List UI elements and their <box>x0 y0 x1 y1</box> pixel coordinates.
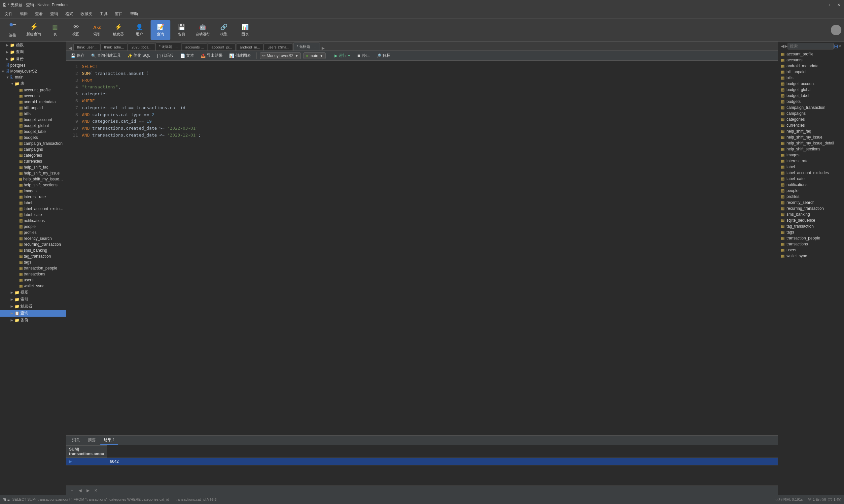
right-sidebar-table-wallet_sync[interactable]: ▦wallet_sync <box>778 253 844 259</box>
add-row-btn[interactable]: + <box>69 487 75 494</box>
sidebar-item-help_shift_faq[interactable]: ▦help_shift_faq <box>0 164 66 170</box>
sidebar-item-main[interactable]: ▼🗄main <box>0 74 66 80</box>
right-sidebar-table-sms_banking[interactable]: ▦sms_banking <box>778 212 844 217</box>
sidebar-item-backup[interactable]: ▶📁备份 <box>0 55 66 62</box>
right-sidebar-table-help_shift_my_issue[interactable]: ▦help_shift_my_issue <box>778 134 844 140</box>
sidebar-item-campaign_transaction[interactable]: ▦campaign_transaction <box>0 141 66 146</box>
sidebar-item-transactions[interactable]: ▦transactions <box>0 271 66 277</box>
toolbar-btn-new-query[interactable]: ⚡新建查询 <box>24 20 44 40</box>
close-btn[interactable]: ✕ <box>836 2 841 7</box>
right-sidebar-table-sqlite_sequence[interactable]: ▦sqlite_sequence <box>778 217 844 223</box>
sidebar-item-budget_label[interactable]: ▦budget_label <box>0 129 66 134</box>
sidebar-item-queries[interactable]: ▶📁查询 <box>0 49 66 55</box>
user-avatar[interactable] <box>831 25 841 35</box>
sidebar-item-sms_banking[interactable]: ▦sms_banking <box>0 247 66 253</box>
sidebar-item-users[interactable]: ▦users <box>0 277 66 283</box>
menu-item-格式[interactable]: 格式 <box>62 11 76 17</box>
grid-view-icon[interactable]: ⊞ <box>834 43 838 50</box>
right-sidebar-table-label[interactable]: ▦label <box>778 164 844 170</box>
right-sidebar-table-categories[interactable]: ▦categories <box>778 116 844 122</box>
toolbar-btn-user[interactable]: 👤用户 <box>130 20 149 40</box>
sidebar-item-triggers[interactable]: ▶📁触发器 <box>0 303 66 310</box>
tab-account-pr[interactable]: account_pr... <box>208 43 236 51</box>
sidebar-item-indexes[interactable]: ▶📁索引 <box>0 296 66 303</box>
sidebar-item-label_cate[interactable]: ▦label_cate <box>0 212 66 218</box>
right-sidebar-table-currencies[interactable]: ▦currencies <box>778 122 844 128</box>
sidebar-item-categories[interactable]: ▦categories <box>0 152 66 158</box>
sql-editor[interactable]: 1SELECT2 SUM( transactions.amount )3FROM… <box>66 61 778 435</box>
sidebar-item-recurring_transaction[interactable]: ▦recurring_transaction <box>0 241 66 247</box>
right-sidebar-table-help_shift_faq[interactable]: ▦help_shift_faq <box>778 128 844 134</box>
tab-think-user[interactable]: think_user... <box>73 43 100 51</box>
save-button[interactable]: 💾 保存 <box>69 52 87 59</box>
close-panel-icon[interactable]: ✕ <box>838 44 841 49</box>
sidebar-item-people[interactable]: ▦people <box>0 223 66 230</box>
code-segment-button[interactable]: { } 代码段 <box>155 52 175 59</box>
right-sidebar-table-help_shift_sections[interactable]: ▦help_shift_sections <box>778 146 844 152</box>
sidebar-item-tag_transaction[interactable]: ▦tag_transaction <box>0 253 66 259</box>
explain-button[interactable]: 🔎 解释 <box>375 52 392 59</box>
sidebar-item-label_account_excludes[interactable]: ▦label_account_excludes <box>0 206 66 212</box>
sidebar-item-label[interactable]: ▦label <box>0 200 66 206</box>
tab-untitled1[interactable]: * 无标题 -... <box>156 42 181 51</box>
text-button[interactable]: 📄 文本 <box>178 52 196 59</box>
query-builder-button[interactable]: 🔍 查询创建工具 <box>89 52 123 59</box>
tab-tab-2828[interactable]: 2828 (loca... <box>128 43 155 51</box>
toolbar-btn-chart[interactable]: 📊图表 <box>235 20 255 40</box>
sidebar-item-tags[interactable]: ▦tags <box>0 259 66 265</box>
right-sidebar-table-recurring_transaction[interactable]: ▦recurring_transaction <box>778 205 844 212</box>
sidebar-item-postgres[interactable]: 🗄postgres <box>0 62 66 68</box>
toolbar-btn-index[interactable]: A-Z索引 <box>87 20 107 40</box>
sidebar-item-wallet_sync[interactable]: ▦wallet_sync <box>0 283 66 289</box>
menu-item-编辑[interactable]: 编辑 <box>17 11 31 17</box>
right-sidebar-table-bill_unpaid[interactable]: ▦bill_unpaid <box>778 69 844 75</box>
left-arrow-icon[interactable]: ◀ <box>781 44 784 49</box>
sidebar-item-images[interactable]: ▦images <box>0 188 66 194</box>
table-row[interactable]: ▶6042 <box>66 458 778 465</box>
grid-icon[interactable]: ⊞ <box>3 498 6 502</box>
sidebar-item-moneyloverS2[interactable]: ▼🗄MoneyLoverS2 <box>0 68 66 74</box>
toolbar-btn-backup[interactable]: 💾备份 <box>172 20 191 40</box>
maximize-btn[interactable]: □ <box>828 2 833 7</box>
stop-button[interactable]: ⏹ 停止 <box>355 52 372 59</box>
sidebar-item-backup2[interactable]: ▶📁备份 <box>0 317 66 324</box>
sidebar-item-budgets[interactable]: ▦budgets <box>0 134 66 141</box>
right-sidebar-table-android_metadata[interactable]: ▦android_metadata <box>778 63 844 69</box>
sidebar-item-android_metadata[interactable]: ▦android_metadata <box>0 99 66 105</box>
sidebar-item-budget_global[interactable]: ▦budget_global <box>0 123 66 129</box>
tab-untitled2[interactable]: * 无标题 - ... <box>293 42 320 51</box>
right-sidebar-table-tags[interactable]: ▦tags <box>778 229 844 235</box>
delete-btn[interactable]: ✕ <box>92 487 99 494</box>
tab-android-m[interactable]: android_m... <box>236 43 263 51</box>
right-sidebar-table-tag_transaction[interactable]: ▦tag_transaction <box>778 223 844 229</box>
menu-item-工具[interactable]: 工具 <box>97 11 111 17</box>
right-search-input[interactable] <box>788 43 834 50</box>
sidebar-item-views[interactable]: ▶📁视图 <box>0 289 66 296</box>
tab-think-adm[interactable]: think_adm... <box>100 43 127 51</box>
menu-item-查询[interactable]: 查询 <box>47 11 62 17</box>
toolbar-btn-view[interactable]: 👁视图 <box>66 20 86 40</box>
right-sidebar-table-interest_rate[interactable]: ▦interest_rate <box>778 158 844 164</box>
right-sidebar-table-recently_search[interactable]: ▦recently_search <box>778 200 844 205</box>
right-sidebar-table-label_cate[interactable]: ▦label_cate <box>778 176 844 182</box>
tab-users-tab[interactable]: users @ma... <box>264 43 293 51</box>
results-content[interactable]: SUM( transactions.amou▶6042 <box>66 445 778 486</box>
menu-item-文件[interactable]: 文件 <box>1 11 16 17</box>
right-sidebar-table-help_shift_my_issue_detail[interactable]: ▦help_shift_my_issue_detail <box>778 140 844 146</box>
right-sidebar-table-notifications[interactable]: ▦notifications <box>778 182 844 188</box>
list-icon[interactable]: ≡ <box>7 498 10 502</box>
sidebar-item-transaction_people[interactable]: ▦transaction_people <box>0 265 66 271</box>
db-selector[interactable]: ✏ MoneyLoverS2 ▼ <box>260 52 301 59</box>
toolbar-btn-trigger[interactable]: ⚡触发器 <box>108 20 128 40</box>
sidebar-item-help_shift_my_issue_detail[interactable]: ▦help_shift_my_issue_detail <box>0 176 66 182</box>
sidebar-item-budget_account[interactable]: ▦budget_account <box>0 117 66 123</box>
menu-item-收藏夹[interactable]: 收藏夹 <box>77 11 96 17</box>
tab-nav-right[interactable]: ▶ <box>320 46 326 51</box>
menu-item-查看[interactable]: 查看 <box>32 11 46 17</box>
right-sidebar-table-bills[interactable]: ▦bills <box>778 75 844 81</box>
sidebar-item-tables[interactable]: ▼📁表 <box>0 80 66 87</box>
right-sidebar-table-budgets[interactable]: ▦budgets <box>778 98 844 105</box>
sidebar-item-accounts[interactable]: ▦accounts <box>0 93 66 99</box>
right-sidebar-table-label_account_excludes[interactable]: ▦label_account_excludes <box>778 170 844 176</box>
right-sidebar-table-campaigns[interactable]: ▦campaigns <box>778 110 844 116</box>
